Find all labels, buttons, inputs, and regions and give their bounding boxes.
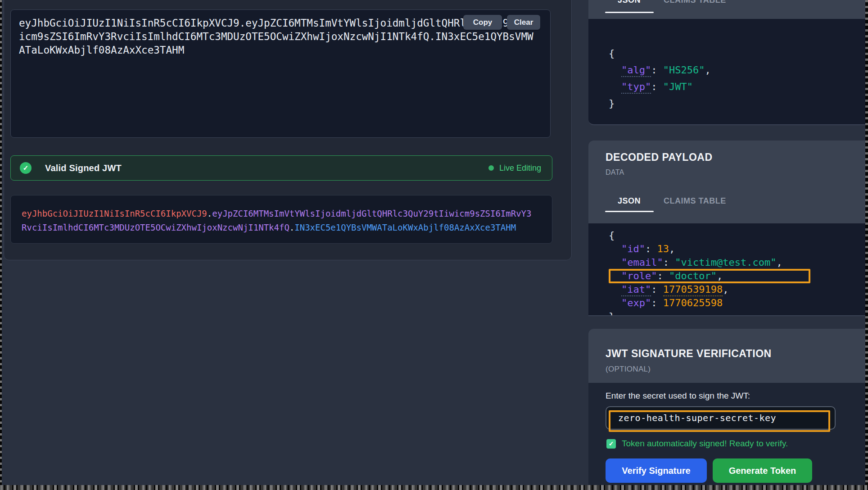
- secret-input[interactable]: [606, 406, 836, 430]
- live-editing-label: Live Editing: [499, 163, 541, 173]
- jwt-token-text: eyJhbGciOiJIUzI1NiIsInR5cCI6IkpXVCJ9.eyJ…: [19, 16, 538, 57]
- token-separator: .: [289, 222, 294, 232]
- tab-json[interactable]: JSON: [618, 196, 641, 206]
- json-active-tab-underline: [605, 211, 654, 212]
- payload-title: DECODED PAYLOAD: [606, 151, 713, 163]
- payload-json: { "id": 13, "email": "victim@test.com", …: [588, 223, 865, 316]
- tab-claims-table[interactable]: CLAIMS TABLE: [664, 196, 726, 206]
- payload-subtitle: DATA: [606, 168, 624, 177]
- decoded-header-json-panel: { "alg": "HS256", "typ": "JWT" }: [588, 19, 865, 125]
- jwt-editor-card: eyJhbGciOiJIUzI1NiIsInR5cCI6IkpXVCJ9.eyJ…: [4, 0, 572, 260]
- secret-label: Enter the secret used to sign the JWT:: [606, 391, 750, 401]
- jwt-tool-screenshot: eyJhbGciOiJIUzI1NiIsInR5cCI6IkpXVCJ9.eyJ…: [0, 0, 868, 490]
- decoded-payload-json-panel: { "id": 13, "email": "victim@test.com", …: [588, 223, 865, 316]
- clear-button[interactable]: Clear: [507, 15, 540, 30]
- live-dot-icon: [488, 165, 494, 171]
- jwt-signature-panel: Enter the secret used to sign the JWT: ✓…: [588, 383, 865, 485]
- json-line-alg: "alg": "HS256",: [609, 62, 865, 78]
- json-line-exp: "exp": 1770625598: [609, 296, 865, 310]
- tab-json[interactable]: JSON: [618, 0, 641, 5]
- json-line-role: "role": "doctor",: [609, 269, 865, 283]
- json-line-iat: "iat": 1770539198,: [609, 283, 865, 296]
- json-active-tab-underline: [605, 12, 654, 13]
- jwt-signature-header: JWT SIGNATURE VERIFICATION (OPTIONAL): [588, 329, 865, 383]
- json-close-brace: }: [609, 95, 865, 112]
- color-coded-token: eyJhbGciOiJIUzI1NiIsInR5cCI6IkpXVCJ9.eyJ…: [10, 195, 552, 244]
- verify-signature-button[interactable]: Verify Signature: [606, 458, 707, 483]
- json-line-email: "email": "victim@test.com",: [609, 256, 865, 269]
- jwt-status-banner: ✓ Valid Signed JWT Live Editing: [10, 155, 552, 181]
- signature-title: JWT SIGNATURE VERIFICATION: [606, 348, 772, 360]
- copy-button[interactable]: Copy: [463, 15, 502, 30]
- token-segments: eyJhbGciOiJIUzI1NiIsInR5cCI6IkpXVCJ9.eyJ…: [22, 207, 534, 235]
- auto-signed-checkbox[interactable]: ✓: [606, 439, 616, 449]
- live-editing-indicator: Live Editing: [488, 163, 541, 173]
- json-close-brace: }: [609, 310, 865, 316]
- json-line-typ: "typ": "JWT": [609, 78, 865, 95]
- signature-subtitle: (OPTIONAL): [606, 365, 651, 374]
- screenshot-edge-left: [0, 0, 2, 490]
- json-open-brace: {: [609, 229, 865, 242]
- auto-signed-note: Token automatically signed! Ready to ver…: [622, 439, 788, 449]
- screenshot-edge-bottom: [0, 485, 868, 490]
- check-circle-icon: ✓: [20, 162, 32, 174]
- token-header-segment: eyJhbGciOiJIUzI1NiIsInR5cCI6IkpXVCJ9: [22, 209, 207, 218]
- decoded-payload-header: DECODED PAYLOAD DATA JSON CLAIMS TABLE: [588, 141, 865, 223]
- screenshot-edge-right: [865, 0, 868, 490]
- tab-claims-table[interactable]: CLAIMS TABLE: [664, 0, 726, 5]
- decoded-header-json: { "alg": "HS256", "typ": "JWT" }: [588, 19, 865, 112]
- json-line-id: "id": 13,: [609, 242, 865, 256]
- token-signature-segment: IN3xEC5e1QYBsVMWATaLoKWxAbjlf08AzAxXce3T…: [294, 222, 516, 232]
- generate-token-button[interactable]: Generate Token: [713, 458, 812, 483]
- status-message: Valid Signed JWT: [45, 163, 122, 173]
- auto-signed-row: ✓ Token automatically signed! Ready to v…: [606, 439, 788, 449]
- token-separator: .: [207, 209, 212, 218]
- json-open-brace: {: [609, 45, 865, 62]
- decoded-header-tabs-strip: JSON CLAIMS TABLE: [588, 0, 865, 19]
